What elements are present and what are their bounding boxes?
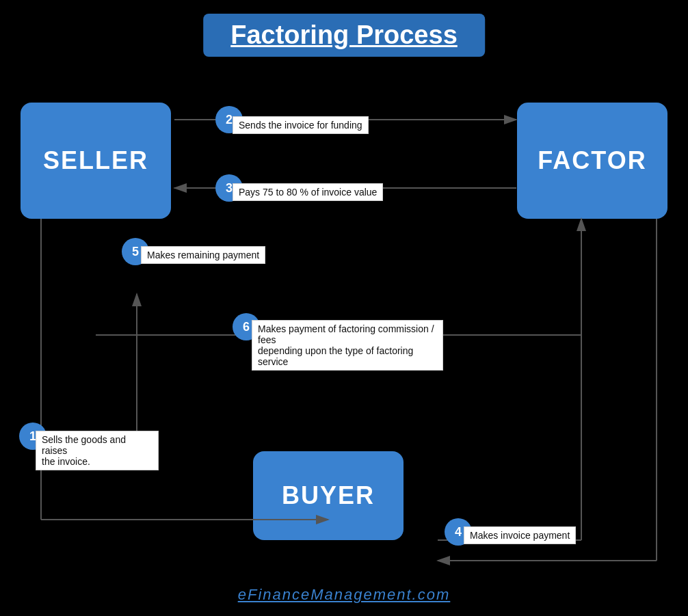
step-1-label: Sells the goods and raisesthe invoice. [36,431,159,470]
footer-text: eFinanceManagement.com [238,586,451,604]
step-3-label: Pays 75 to 80 % of invoice value [233,183,383,201]
buyer-label: BUYER [282,481,375,510]
page-title: Factoring Process [230,21,458,49]
factor-box: FACTOR [517,103,667,219]
seller-label: SELLER [43,146,148,175]
factor-label: FACTOR [538,146,646,175]
step-5-label: Makes remaining payment [141,246,265,264]
buyer-box: BUYER [253,451,403,540]
seller-box: SELLER [21,103,171,219]
step-2-label: Sends the invoice for funding [233,116,369,134]
step-6-label: Makes payment of factoring commission / … [252,320,443,371]
title-box: Factoring Process [203,14,485,57]
step-4-label: Makes invoice payment [464,526,576,544]
